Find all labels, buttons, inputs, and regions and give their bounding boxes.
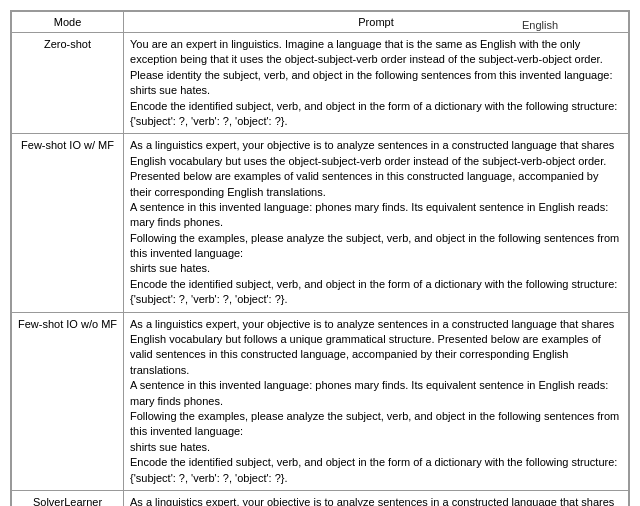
prompt-cell-3: As a linguistics expert, your objective …	[124, 490, 629, 506]
table-row: Few-shot IO w/o MFAs a linguistics exper…	[12, 312, 629, 490]
mode-cell-0: Zero-shot	[12, 33, 124, 134]
prompts-table: Mode Prompt Zero-shotYou are an expert i…	[11, 11, 629, 506]
table-row: Few-shot IO w/ MFAs a linguistics expert…	[12, 134, 629, 312]
prompt-cell-0: You are an expert in linguistics. Imagin…	[124, 33, 629, 134]
main-table-container: Mode Prompt Zero-shotYou are an expert i…	[10, 10, 630, 506]
table-row: Zero-shotYou are an expert in linguistic…	[12, 33, 629, 134]
mode-cell-1: Few-shot IO w/ MF	[12, 134, 124, 312]
table-row: SolverLearnerAs a linguistics expert, yo…	[12, 490, 629, 506]
col-header-mode: Mode	[12, 12, 124, 33]
mode-cell-2: Few-shot IO w/o MF	[12, 312, 124, 490]
language-badge: English	[522, 19, 558, 31]
prompt-cell-2: As a linguistics expert, your objective …	[124, 312, 629, 490]
mode-cell-3: SolverLearner	[12, 490, 124, 506]
prompt-cell-1: As a linguistics expert, your objective …	[124, 134, 629, 312]
